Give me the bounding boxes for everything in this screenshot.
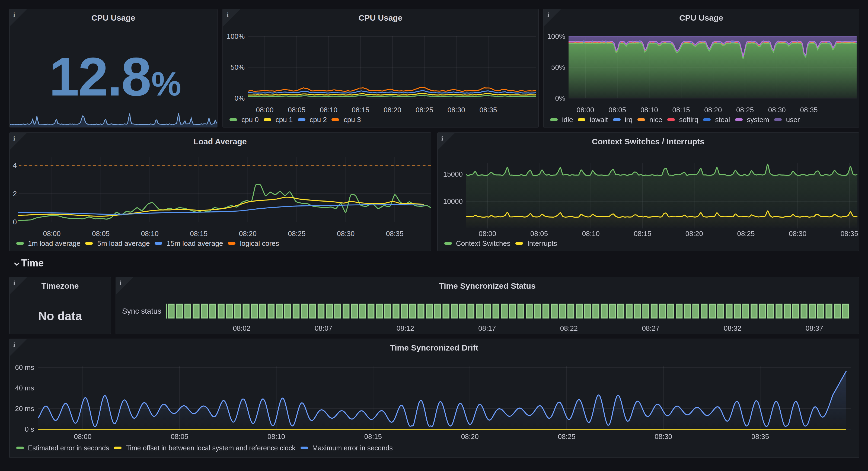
svg-text:08:10: 08:10 xyxy=(582,230,599,238)
svg-text:08:25: 08:25 xyxy=(415,106,433,114)
svg-text:08:35: 08:35 xyxy=(479,106,497,114)
svg-text:08:10: 08:10 xyxy=(320,106,337,114)
svg-text:15000: 15000 xyxy=(443,170,463,178)
svg-text:08:15: 08:15 xyxy=(364,433,382,441)
svg-text:08:02: 08:02 xyxy=(232,324,250,332)
svg-text:08:05: 08:05 xyxy=(170,433,188,441)
svg-text:08:10: 08:10 xyxy=(641,106,658,114)
svg-text:08:05: 08:05 xyxy=(530,230,548,238)
svg-text:08:20: 08:20 xyxy=(461,433,478,441)
svg-text:08:25: 08:25 xyxy=(287,230,305,238)
svg-text:08:15: 08:15 xyxy=(633,230,651,238)
svg-text:50%: 50% xyxy=(230,63,245,71)
svg-text:08:12: 08:12 xyxy=(396,324,414,332)
svg-text:08:30: 08:30 xyxy=(768,106,786,114)
svg-text:08:35: 08:35 xyxy=(840,230,858,238)
svg-text:08:30: 08:30 xyxy=(654,433,672,441)
svg-text:08:00: 08:00 xyxy=(256,106,273,114)
svg-text:08:05: 08:05 xyxy=(609,106,626,114)
svg-text:0%: 0% xyxy=(235,94,245,102)
svg-text:100%: 100% xyxy=(227,32,245,40)
svg-text:Sync status: Sync status xyxy=(122,307,161,315)
svg-text:08:00: 08:00 xyxy=(577,106,594,114)
svg-text:08:30: 08:30 xyxy=(337,230,354,238)
svg-text:10000: 10000 xyxy=(443,197,463,205)
svg-text:08:10: 08:10 xyxy=(267,433,285,441)
svg-text:2: 2 xyxy=(13,190,17,198)
svg-text:08:20: 08:20 xyxy=(685,230,703,238)
svg-text:60 ms: 60 ms xyxy=(14,363,34,372)
svg-text:08:22: 08:22 xyxy=(560,324,578,332)
svg-text:08:30: 08:30 xyxy=(447,106,465,114)
svg-text:08:25: 08:25 xyxy=(557,433,575,441)
svg-text:50%: 50% xyxy=(551,63,565,71)
svg-text:08:05: 08:05 xyxy=(92,230,109,238)
svg-text:08:20: 08:20 xyxy=(704,106,722,114)
svg-text:4: 4 xyxy=(13,161,17,169)
svg-text:40 ms: 40 ms xyxy=(14,384,34,392)
svg-text:08:00: 08:00 xyxy=(73,433,91,441)
svg-text:08:25: 08:25 xyxy=(736,106,754,114)
svg-text:08:15: 08:15 xyxy=(352,106,369,114)
svg-text:08:35: 08:35 xyxy=(386,230,403,238)
svg-text:08:35: 08:35 xyxy=(751,433,769,441)
svg-text:08:10: 08:10 xyxy=(141,230,158,238)
svg-text:100%: 100% xyxy=(547,32,565,40)
svg-text:08:35: 08:35 xyxy=(800,106,818,114)
svg-text:08:00: 08:00 xyxy=(478,230,496,238)
svg-text:08:15: 08:15 xyxy=(673,106,690,114)
svg-text:0%: 0% xyxy=(555,94,565,102)
svg-text:08:20: 08:20 xyxy=(383,106,401,114)
svg-text:0 s: 0 s xyxy=(24,425,34,433)
svg-text:08:32: 08:32 xyxy=(723,324,741,332)
svg-text:08:07: 08:07 xyxy=(314,324,332,332)
svg-text:08:20: 08:20 xyxy=(239,230,256,238)
svg-text:20 ms: 20 ms xyxy=(14,405,34,413)
svg-text:08:00: 08:00 xyxy=(42,230,60,238)
svg-text:08:37: 08:37 xyxy=(805,324,823,332)
svg-text:08:05: 08:05 xyxy=(288,106,305,114)
svg-text:08:30: 08:30 xyxy=(788,230,806,238)
svg-text:08:27: 08:27 xyxy=(642,324,659,332)
svg-text:08:17: 08:17 xyxy=(478,324,496,332)
svg-text:08:25: 08:25 xyxy=(737,230,754,238)
svg-text:0: 0 xyxy=(13,218,17,226)
svg-text:08:15: 08:15 xyxy=(190,230,207,238)
